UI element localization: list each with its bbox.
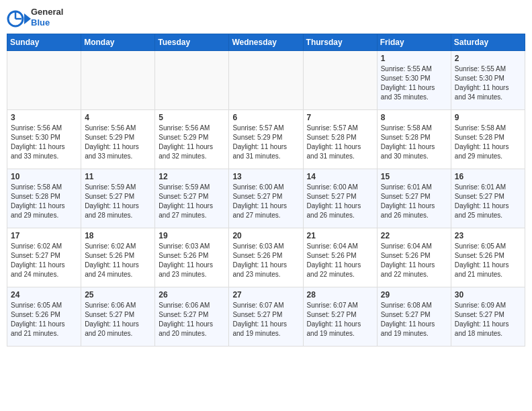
weekday-sunday: Sunday — [7, 34, 81, 51]
day-info: Sunrise: 6:06 AM Sunset: 5:27 PM Dayligh… — [159, 301, 225, 338]
weekday-friday: Friday — [377, 34, 451, 51]
calendar-cell — [303, 51, 377, 110]
day-number: 13 — [232, 172, 299, 181]
weekday-header-row: SundayMondayTuesdayWednesdayThursdayFrid… — [7, 34, 525, 51]
calendar-cell: 4Sunrise: 5:56 AM Sunset: 5:29 PM Daylig… — [81, 110, 155, 169]
day-number: 6 — [232, 113, 299, 122]
day-number: 23 — [455, 231, 521, 240]
day-number: 15 — [381, 172, 447, 181]
week-row-1: 1Sunrise: 5:55 AM Sunset: 5:30 PM Daylig… — [7, 51, 525, 110]
calendar-cell: 14Sunrise: 6:00 AM Sunset: 5:27 PM Dayli… — [303, 169, 377, 228]
day-number: 25 — [85, 290, 151, 300]
day-info: Sunrise: 5:57 AM Sunset: 5:29 PM Dayligh… — [232, 124, 299, 161]
calendar-cell: 11Sunrise: 5:59 AM Sunset: 5:27 PM Dayli… — [81, 169, 155, 228]
day-number: 5 — [159, 113, 225, 122]
calendar-cell: 28Sunrise: 6:07 AM Sunset: 5:27 PM Dayli… — [303, 287, 377, 347]
weekday-monday: Monday — [81, 34, 155, 51]
calendar-cell: 6Sunrise: 5:57 AM Sunset: 5:29 PM Daylig… — [229, 110, 303, 169]
day-number: 9 — [455, 113, 521, 122]
day-number: 3 — [11, 113, 77, 122]
day-number: 20 — [232, 231, 299, 240]
day-number: 17 — [11, 231, 77, 240]
day-number: 19 — [159, 231, 225, 240]
calendar-cell: 7Sunrise: 5:57 AM Sunset: 5:28 PM Daylig… — [303, 110, 377, 169]
weekday-saturday: Saturday — [451, 34, 525, 51]
day-info: Sunrise: 5:58 AM Sunset: 5:28 PM Dayligh… — [455, 124, 521, 161]
calendar-cell: 13Sunrise: 6:00 AM Sunset: 5:27 PM Dayli… — [229, 169, 303, 228]
calendar-cell: 29Sunrise: 6:08 AM Sunset: 5:27 PM Dayli… — [377, 287, 451, 347]
calendar-cell: 20Sunrise: 6:03 AM Sunset: 5:26 PM Dayli… — [229, 228, 303, 287]
calendar-cell: 21Sunrise: 6:04 AM Sunset: 5:26 PM Dayli… — [303, 228, 377, 287]
day-info: Sunrise: 6:02 AM Sunset: 5:27 PM Dayligh… — [11, 242, 77, 279]
calendar-cell: 1Sunrise: 5:55 AM Sunset: 5:30 PM Daylig… — [377, 51, 451, 110]
day-info: Sunrise: 5:56 AM Sunset: 5:29 PM Dayligh… — [85, 124, 151, 161]
day-info: Sunrise: 6:00 AM Sunset: 5:27 PM Dayligh… — [232, 183, 299, 220]
day-info: Sunrise: 5:56 AM Sunset: 5:29 PM Dayligh… — [159, 124, 225, 161]
calendar-cell: 9Sunrise: 5:58 AM Sunset: 5:28 PM Daylig… — [451, 110, 525, 169]
calendar-cell: 15Sunrise: 6:01 AM Sunset: 5:27 PM Dayli… — [377, 169, 451, 228]
day-info: Sunrise: 6:04 AM Sunset: 5:26 PM Dayligh… — [381, 242, 447, 279]
calendar-cell: 27Sunrise: 6:07 AM Sunset: 5:27 PM Dayli… — [229, 287, 303, 347]
day-info: Sunrise: 6:07 AM Sunset: 5:27 PM Dayligh… — [232, 301, 299, 338]
day-number: 21 — [307, 231, 373, 240]
day-number: 1 — [381, 54, 447, 63]
weekday-thursday: Thursday — [303, 34, 377, 51]
day-info: Sunrise: 6:07 AM Sunset: 5:27 PM Dayligh… — [307, 301, 373, 338]
day-number: 16 — [455, 172, 521, 181]
day-number: 24 — [11, 290, 77, 300]
day-info: Sunrise: 6:03 AM Sunset: 5:26 PM Dayligh… — [232, 242, 299, 279]
logo-text: General Blue — [7, 7, 63, 28]
day-number: 18 — [85, 231, 151, 240]
day-number: 29 — [381, 290, 447, 300]
day-number: 12 — [159, 172, 225, 181]
day-number: 30 — [455, 290, 521, 300]
day-number: 27 — [232, 290, 299, 300]
calendar-cell — [7, 51, 81, 110]
calendar-cell: 22Sunrise: 6:04 AM Sunset: 5:26 PM Dayli… — [377, 228, 451, 287]
day-number: 11 — [85, 172, 151, 181]
calendar-cell: 17Sunrise: 6:02 AM Sunset: 5:27 PM Dayli… — [7, 228, 81, 287]
day-info: Sunrise: 6:05 AM Sunset: 5:26 PM Dayligh… — [11, 301, 77, 338]
day-info: Sunrise: 5:58 AM Sunset: 5:28 PM Dayligh… — [11, 183, 77, 220]
calendar-cell: 26Sunrise: 6:06 AM Sunset: 5:27 PM Dayli… — [155, 287, 229, 347]
calendar-cell — [155, 51, 229, 110]
day-info: Sunrise: 5:57 AM Sunset: 5:28 PM Dayligh… — [307, 124, 373, 161]
calendar-cell: 30Sunrise: 6:09 AM Sunset: 5:27 PM Dayli… — [451, 287, 525, 347]
calendar-cell — [229, 51, 303, 110]
day-info: Sunrise: 5:56 AM Sunset: 5:30 PM Dayligh… — [11, 124, 77, 161]
day-info: Sunrise: 6:01 AM Sunset: 5:27 PM Dayligh… — [381, 183, 447, 220]
weekday-tuesday: Tuesday — [155, 34, 229, 51]
day-info: Sunrise: 5:59 AM Sunset: 5:27 PM Dayligh… — [159, 183, 225, 220]
calendar-cell: 16Sunrise: 6:01 AM Sunset: 5:27 PM Dayli… — [451, 169, 525, 228]
day-number: 14 — [307, 172, 373, 181]
week-row-3: 10Sunrise: 5:58 AM Sunset: 5:28 PM Dayli… — [7, 169, 525, 228]
day-info: Sunrise: 6:04 AM Sunset: 5:26 PM Dayligh… — [307, 242, 373, 279]
day-info: Sunrise: 6:05 AM Sunset: 5:26 PM Dayligh… — [455, 242, 521, 279]
day-number: 7 — [307, 113, 373, 122]
calendar-cell: 18Sunrise: 6:02 AM Sunset: 5:26 PM Dayli… — [81, 228, 155, 287]
day-info: Sunrise: 6:08 AM Sunset: 5:27 PM Dayligh… — [381, 301, 447, 338]
calendar-cell: 25Sunrise: 6:06 AM Sunset: 5:27 PM Dayli… — [81, 287, 155, 347]
day-info: Sunrise: 5:58 AM Sunset: 5:28 PM Dayligh… — [381, 124, 447, 161]
day-number: 8 — [381, 113, 447, 122]
calendar-cell: 19Sunrise: 6:03 AM Sunset: 5:26 PM Dayli… — [155, 228, 229, 287]
calendar-cell: 23Sunrise: 6:05 AM Sunset: 5:26 PM Dayli… — [451, 228, 525, 287]
week-row-2: 3Sunrise: 5:56 AM Sunset: 5:30 PM Daylig… — [7, 110, 525, 169]
day-info: Sunrise: 6:06 AM Sunset: 5:27 PM Dayligh… — [85, 301, 151, 338]
calendar-cell: 5Sunrise: 5:56 AM Sunset: 5:29 PM Daylig… — [155, 110, 229, 169]
page-header: General Blue — [7, 7, 525, 28]
day-info: Sunrise: 6:00 AM Sunset: 5:27 PM Dayligh… — [307, 183, 373, 220]
day-number: 2 — [455, 54, 521, 63]
weekday-wednesday: Wednesday — [229, 34, 303, 51]
calendar-cell — [81, 51, 155, 110]
day-info: Sunrise: 6:09 AM Sunset: 5:27 PM Dayligh… — [455, 301, 521, 338]
logo: General Blue — [7, 7, 63, 28]
day-info: Sunrise: 6:03 AM Sunset: 5:26 PM Dayligh… — [159, 242, 225, 279]
calendar-cell: 3Sunrise: 5:56 AM Sunset: 5:30 PM Daylig… — [7, 110, 81, 169]
day-number: 28 — [307, 290, 373, 300]
day-info: Sunrise: 6:02 AM Sunset: 5:26 PM Dayligh… — [85, 242, 151, 279]
day-info: Sunrise: 5:59 AM Sunset: 5:27 PM Dayligh… — [85, 183, 151, 220]
day-number: 26 — [159, 290, 225, 300]
calendar-cell: 12Sunrise: 5:59 AM Sunset: 5:27 PM Dayli… — [155, 169, 229, 228]
calendar-cell: 2Sunrise: 5:55 AM Sunset: 5:30 PM Daylig… — [451, 51, 525, 110]
